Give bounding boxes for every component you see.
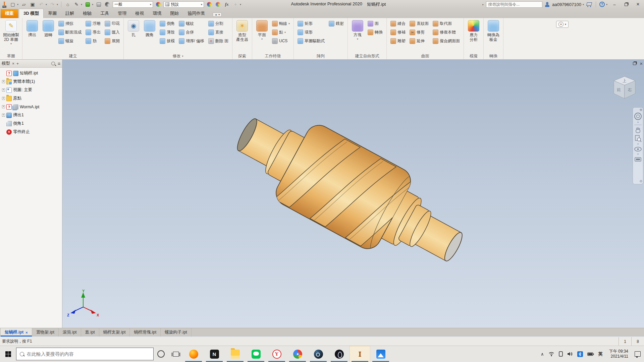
viewcube-top-label[interactable]: 上 xyxy=(623,78,627,83)
navigation-bar[interactable]: ⊗ ▾ ▾ ▾ ⊖ xyxy=(633,107,643,184)
doc-tab-short-worm[interactable]: 短蝸桿.ipt× xyxy=(1,328,32,337)
convert-to-sheet-metal-button[interactable]: 轉換為 板金 xyxy=(485,19,501,43)
patch-button[interactable]: 修補 xyxy=(389,28,407,37)
qat-customize-dropdown[interactable]: ▾ xyxy=(240,3,241,6)
ruled-surface-button[interactable]: 直紋面 xyxy=(408,19,430,28)
input-language-indicator[interactable]: 英 xyxy=(598,351,603,357)
help-search-input[interactable] xyxy=(486,1,542,8)
ribbon-tab-3d-model[interactable]: 3D 模型 xyxy=(19,9,44,18)
thread-button[interactable]: 螺紋 xyxy=(177,19,206,28)
redo-dropdown[interactable]: ▾ xyxy=(57,3,58,6)
taskbar-clock[interactable]: 下午 09:34 2021/4/11 xyxy=(607,349,630,359)
rectangular-pattern-button[interactable]: 矩形 xyxy=(296,19,326,28)
expand-icon[interactable]: + xyxy=(2,88,5,92)
start-2d-sketch-dropdown[interactable]: ▾ xyxy=(10,42,12,45)
ribbon-tab-annotate[interactable]: 註解 xyxy=(61,9,78,18)
ribbon-group-label-work-features[interactable]: 工作特徵 xyxy=(253,53,293,59)
hole-button[interactable]: ◉孔 xyxy=(125,19,142,38)
navbar-close-icon[interactable]: ⊗ xyxy=(640,109,642,111)
tree-item-view-main[interactable]: +視圖: 主要 xyxy=(1,86,61,94)
tree-item-origin[interactable]: +原點 xyxy=(1,94,61,103)
unwrap-button[interactable]: 展開 xyxy=(103,37,121,45)
tree-item-extrusion1[interactable]: +↑擠出1 xyxy=(1,111,61,119)
import-button[interactable]: 匯入 xyxy=(103,28,121,37)
ribbon-group-label-convert[interactable]: 轉換 xyxy=(484,53,502,59)
taskbar-search[interactable] xyxy=(16,348,154,360)
ribbon-group-label-sketch[interactable]: 草圖 xyxy=(1,53,21,59)
circular-pattern-button[interactable]: 環形 xyxy=(296,28,326,37)
ribbon-group-label-create-freeform[interactable]: 建立自由形式 xyxy=(348,53,386,59)
fit-mesh-face-button[interactable]: 擬合網面面 xyxy=(431,37,462,45)
point-dropdown[interactable]: ▾ xyxy=(284,31,286,34)
repair-bodies-button[interactable]: 修復本體 xyxy=(431,28,462,37)
save-button[interactable]: ▣ xyxy=(29,1,36,8)
pan-icon[interactable] xyxy=(634,126,642,134)
zoom-dropdown[interactable]: ▾ xyxy=(637,143,639,145)
volume-icon[interactable] xyxy=(567,352,573,356)
ribbon-tab-tools[interactable]: 工具 xyxy=(96,9,113,18)
ribbon-tab-collaborate[interactable]: 協同作業 xyxy=(183,9,209,18)
sweep-button[interactable]: 掃掠 xyxy=(57,19,83,28)
viewcube[interactable]: 上 前 右 xyxy=(612,75,637,101)
color-wheel-icon[interactable] xyxy=(155,1,162,8)
ribbon-tab-sketch[interactable]: 草圖 xyxy=(44,9,61,18)
appearance-select[interactable]: 預設▾ xyxy=(164,1,204,8)
taskbar-app-steam[interactable] xyxy=(308,346,329,362)
shape-generator-button[interactable]: ✶造型 產生器 xyxy=(234,19,250,43)
replace-face-button[interactable]: 取代面 xyxy=(431,19,462,28)
freeform-face-button[interactable]: 面 xyxy=(366,19,384,28)
iproperties-icon[interactable] xyxy=(104,1,111,8)
ribbon-tab-inspect[interactable]: 檢驗 xyxy=(78,9,96,18)
doc-tab-close-icon[interactable]: × xyxy=(25,330,28,335)
taskbar-app-photos[interactable] xyxy=(370,346,391,362)
ribbon-display-toggle[interactable]: ▼▾ xyxy=(556,21,569,28)
revolve-button[interactable]: 迴轉 xyxy=(40,19,56,38)
ribbon-group-label-simulation[interactable]: 模擬 xyxy=(465,53,483,59)
expand-icon[interactable]: + xyxy=(2,105,5,108)
doc-tab-worm-slider[interactable]: 蝸桿滑塊.ipt xyxy=(130,328,161,337)
tree-item-chamfer1[interactable]: 倒角1 xyxy=(1,119,61,128)
qat-add-button[interactable]: + xyxy=(232,1,239,8)
thicken-offset-button[interactable]: 增厚/ 偏移 xyxy=(177,37,206,45)
ribbon-tab-get-started[interactable]: 開始 xyxy=(166,9,183,18)
split-button[interactable]: 分割 xyxy=(207,19,230,28)
fillet-button[interactable]: 圓角 xyxy=(142,19,158,38)
axis-button[interactable]: 軸線▾ xyxy=(270,19,291,28)
doc-tab-roller[interactable]: 滾筒.ipt xyxy=(59,328,81,337)
shell-button[interactable]: 薄殼 xyxy=(158,28,176,37)
hidden-icons-button[interactable]: ∧ xyxy=(541,352,544,357)
taskbar-app-chrome[interactable] xyxy=(287,346,308,362)
ribbon-group-label-explore[interactable]: 探索 xyxy=(233,53,251,59)
wifi-icon[interactable] xyxy=(548,352,554,356)
new-file-dropdown[interactable]: ▾ xyxy=(17,3,18,6)
start-button[interactable] xyxy=(0,346,16,362)
look-at-icon[interactable] xyxy=(634,156,642,163)
expand-icon[interactable]: + xyxy=(2,114,5,117)
return-sketch-button[interactable]: ✎ xyxy=(73,1,80,8)
ribbon-tab-file[interactable]: 檔案 xyxy=(1,9,18,18)
update-button[interactable] xyxy=(84,1,91,8)
plane-dropdown[interactable]: ▾ xyxy=(261,38,263,41)
account-dropdown[interactable]: ▾ xyxy=(583,3,584,6)
browser-close-icon[interactable]: × xyxy=(12,61,14,66)
close-button[interactable]: × xyxy=(633,1,643,8)
sketch-driven-pattern-button[interactable]: 草圖驅動式 xyxy=(296,37,326,45)
coil-button[interactable]: 螺旋 xyxy=(57,37,83,45)
decal-button[interactable]: 印花 xyxy=(103,19,121,28)
browser-menu-icon[interactable]: ≡ xyxy=(58,61,60,66)
emboss-button[interactable]: 浮雕 xyxy=(84,19,102,28)
material-select[interactable]: 一般▾ xyxy=(113,1,153,8)
freeform-box-button[interactable]: 方塊▾ xyxy=(350,19,366,42)
mirror-button[interactable]: 鏡射 xyxy=(327,19,345,28)
expand-icon[interactable]: + xyxy=(2,97,5,100)
trim-button[interactable]: ✂修剪 xyxy=(408,28,430,37)
extend-button[interactable]: 延伸 xyxy=(408,37,430,45)
axis-dropdown[interactable]: ▾ xyxy=(288,22,290,25)
stress-analysis-button[interactable]: 應力 分析 xyxy=(466,19,482,43)
plane-button[interactable]: 平面▾ xyxy=(254,19,270,42)
ribbon-tab-environments[interactable]: 環境 xyxy=(148,9,166,18)
tree-item-solid-bodies[interactable]: +實體本體(1) xyxy=(1,77,61,86)
phone-link-icon[interactable] xyxy=(559,351,563,357)
taskbar-search-input[interactable] xyxy=(27,351,150,357)
sculpt-button[interactable]: 雕塑 xyxy=(389,37,407,45)
